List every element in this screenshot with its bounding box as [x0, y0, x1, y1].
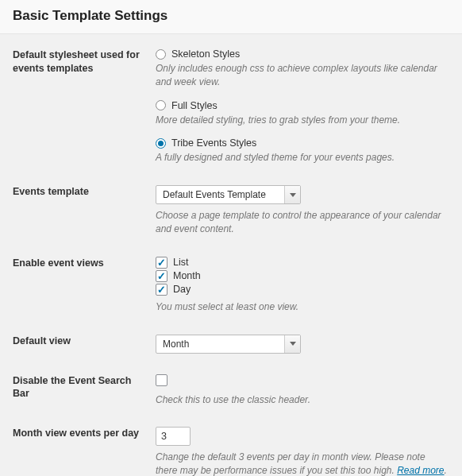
radio-desc-full: More detailed styling, tries to grab sty… — [156, 114, 449, 127]
checkbox-month[interactable] — [156, 270, 167, 282]
field-default-view: Month — [156, 335, 449, 354]
label-template: Events template — [13, 185, 156, 199]
input-value-month-per-day: 3 — [161, 431, 167, 442]
checkbox-day[interactable] — [156, 284, 167, 296]
row-views: Enable event views List Month Day You mu… — [13, 257, 449, 314]
period: . — [445, 465, 447, 476]
select-default-view[interactable]: Month — [156, 335, 301, 354]
radio-skeleton[interactable] — [156, 49, 166, 60]
label-default-view: Default view — [13, 335, 156, 348]
field-stylesheet: Skeleton Styles Only includes enough css… — [156, 48, 449, 164]
field-views: List Month Day You must select at least … — [156, 257, 449, 314]
row-month-per-day: Month view events per day 3 Change the d… — [13, 427, 449, 476]
label-stylesheet: Default stylesheet used for events templ… — [13, 48, 156, 75]
select-value-template: Default Events Template — [163, 189, 266, 200]
input-month-per-day[interactable]: 3 — [156, 427, 191, 446]
row-default-view: Default view Month — [13, 335, 449, 354]
desc-views: You must select at least one view. — [156, 300, 449, 314]
page-title: Basic Template Settings — [13, 8, 449, 24]
field-template: Default Events Template Choose a page te… — [156, 185, 449, 236]
row-stylesheet: Default stylesheet used for events templ… — [13, 48, 449, 164]
desc-disable-search: Check this to use the classic header. — [156, 393, 449, 407]
radio-label-full: Full Styles — [171, 100, 218, 111]
radio-option-full: Full Styles More detailed styling, tries… — [156, 100, 449, 127]
desc-template: Choose a page template to control the ap… — [156, 209, 449, 236]
radio-option-tribe: Tribe Events Styles A fully designed and… — [156, 137, 449, 164]
radio-tribe[interactable] — [156, 138, 166, 149]
radio-full[interactable] — [156, 100, 166, 110]
section-header: Basic Template Settings — [0, 0, 462, 34]
row-disable-search: Disable the Event Search Bar Check this … — [13, 374, 449, 407]
field-disable-search: Check this to use the classic header. — [156, 374, 449, 407]
radio-label-tribe: Tribe Events Styles — [171, 137, 256, 149]
radio-label-skeleton: Skeleton Styles — [171, 48, 240, 60]
checkbox-label-day: Day — [173, 284, 191, 295]
desc-text-month-per-day: Change the default 3 events per day in m… — [156, 451, 425, 476]
checkbox-label-list: List — [173, 257, 188, 268]
chevron-down-icon — [284, 335, 300, 353]
checkbox-disable-search[interactable] — [156, 374, 167, 386]
row-template: Events template Default Events Template … — [13, 185, 449, 236]
link-read-more-month[interactable]: Read more — [397, 465, 444, 476]
radio-desc-skeleton: Only includes enough css to achieve comp… — [156, 62, 449, 89]
field-month-per-day: 3 Change the default 3 events per day in… — [156, 427, 449, 476]
select-events-template[interactable]: Default Events Template — [156, 185, 301, 204]
checkbox-label-month: Month — [173, 270, 201, 281]
label-disable-search: Disable the Event Search Bar — [13, 374, 156, 401]
chevron-down-icon — [284, 186, 300, 203]
label-month-per-day: Month view events per day — [13, 427, 156, 440]
settings-body: Default stylesheet used for events templ… — [0, 34, 462, 476]
checkbox-list[interactable] — [156, 257, 167, 269]
label-views: Enable event views — [13, 257, 156, 270]
select-value-default-view: Month — [163, 339, 189, 350]
desc-month-per-day: Change the default 3 events per day in m… — [156, 451, 449, 476]
radio-option-skeleton: Skeleton Styles Only includes enough css… — [156, 48, 449, 89]
radio-desc-tribe: A fully designed and styled theme for yo… — [156, 151, 449, 164]
